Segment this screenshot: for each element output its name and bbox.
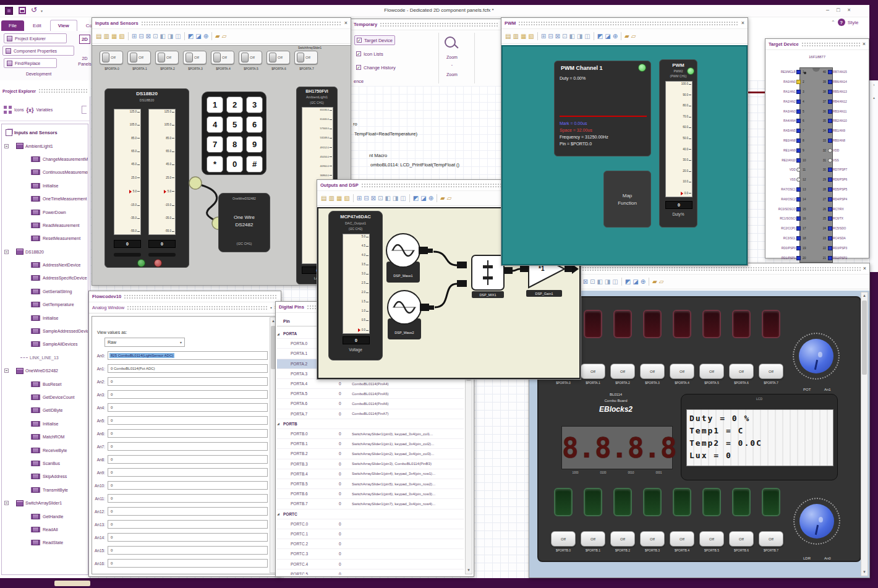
tree-item[interactable]: SampleAddressedDevice — [2, 325, 88, 338]
pin-square-right[interactable] — [828, 80, 832, 84]
pin-square-left[interactable] — [796, 168, 801, 172]
digital-pin-row[interactable]: ◢ PORTB.5 0 SwitchArraySlider1(pin5), ke… — [277, 479, 464, 489]
close-icon[interactable]: × — [741, 20, 744, 26]
toolbar-icon[interactable]: ▧ — [528, 33, 534, 40]
tree-item[interactable]: OneWireDS2482 — [2, 364, 88, 377]
toolbar-icon[interactable]: ⊠ — [146, 33, 151, 40]
toolbar-icon[interactable]: ◫ — [400, 195, 406, 202]
toolbar-icon[interactable]: ⊠ — [371, 195, 376, 202]
collapse-ribbon-icon[interactable]: ⌃ — [831, 20, 835, 25]
expander-icon[interactable] — [4, 369, 9, 373]
analog-channel-row[interactable]: An14: 0 — [92, 533, 278, 544]
pin-square-right[interactable] — [828, 158, 832, 163]
view-menu-item[interactable]: ✓ Change History — [354, 62, 398, 72]
pin-square-left[interactable] — [796, 236, 801, 241]
zoom-decrease[interactable]: - — [440, 62, 464, 67]
digital-pin-row[interactable]: ◢ PORTC.3 0 — [277, 549, 464, 559]
toolbar-icon[interactable]: ⊡ — [153, 33, 158, 40]
tree-item[interactable]: TransmitByte — [2, 484, 88, 496]
find-replace-button[interactable]: Find/Replace — [4, 58, 57, 68]
digital-pin-row[interactable]: ◢ PORTB.2 0 SwitchArraySlider1(pin2), ke… — [277, 449, 464, 459]
close-icon[interactable]: × — [863, 41, 866, 47]
toolbar-icon[interactable] — [594, 32, 594, 40]
close-button[interactable]: × — [847, 7, 850, 13]
chip-pin-row[interactable]: RA7/OSC1 13 28 RD5/PSP5 — [767, 185, 867, 195]
pin-square-right[interactable] — [828, 207, 832, 211]
chip-pin-row[interactable]: RD0/PSP0 19 22 RD3/PSP3 — [767, 243, 867, 253]
toolbar-icon[interactable]: ⊠ — [555, 33, 560, 40]
toolbar-icon[interactable]: ▱ — [447, 195, 452, 202]
tree-item[interactable]: Initialise — [2, 311, 88, 324]
tree-item[interactable]: GetIDByte — [2, 404, 88, 417]
analog-value-input[interactable]: 0 — [108, 546, 268, 555]
chip-pin-row[interactable]: RE0/AN8 8 33 RB0/AN8 — [767, 136, 867, 146]
toolbar-icon[interactable] — [537, 32, 538, 40]
analog-value-input[interactable]: 0 ComboBL0114(Pot ADC) — [108, 364, 268, 373]
pin-square-left[interactable] — [796, 197, 801, 202]
toolbar-icon[interactable]: ▤ — [505, 33, 511, 40]
tree-item[interactable]: AddressNextDevice — [2, 258, 88, 271]
pin-square-right[interactable] — [828, 216, 832, 221]
view-menu-item[interactable]: ✓ Target Device — [354, 35, 395, 45]
chip-pin-row[interactable]: RC0/SOSCO 15 26 RC7/RX — [767, 204, 867, 214]
chip-pin-row[interactable]: RA2/AN2 4 37 RB4/AN12 — [767, 96, 867, 106]
pin-square-right[interactable] — [828, 109, 832, 114]
analog-value-input[interactable]: 0 — [108, 390, 268, 399]
pin-square-right[interactable] — [828, 148, 832, 153]
variables-icon[interactable]: {x} — [27, 107, 34, 113]
tree-item[interactable]: AddressSpecificDevice — [2, 271, 88, 284]
chip-pin-row[interactable]: RE1/AN9 9 32 VDD — [767, 145, 867, 155]
board-scrollbar[interactable]: ▲ ▼ — [861, 292, 868, 576]
analog-channel-row[interactable]: An7: 0 — [92, 442, 278, 453]
pin-square-left[interactable] — [796, 100, 801, 104]
scroll-down-icon[interactable]: ▼ — [861, 569, 867, 576]
analog-value-input[interactable]: 0 — [108, 416, 268, 425]
collapsed-panel-strip[interactable]: › ▲ — [869, 80, 878, 272]
group-caret-icon[interactable]: ◢ — [277, 422, 281, 425]
ldr-knob[interactable] — [793, 498, 840, 545]
toolbar-icon[interactable]: ⊕ — [613, 33, 618, 40]
toolbar-icon[interactable] — [621, 32, 621, 40]
window-titlebar[interactable]: Target Device × — [765, 39, 869, 50]
analog-channel-row[interactable]: An4: 0 — [92, 403, 278, 414]
toolbar-icon[interactable]: ▦ — [336, 195, 342, 202]
toolbar-icon[interactable]: ▰ — [624, 33, 629, 40]
pin-square-right[interactable] — [828, 256, 832, 260]
analog-value-input[interactable]: 0 — [108, 377, 268, 386]
tree-item[interactable]: ReadAll — [2, 523, 88, 536]
zoom-icon[interactable] — [445, 36, 456, 48]
toolbar-icon[interactable]: ▱ — [222, 33, 227, 40]
toolbar-icon[interactable]: ◨ — [393, 195, 398, 202]
toolbar-icon[interactable]: ▤ — [96, 33, 101, 40]
checkbox-icon[interactable]: ✓ — [356, 65, 361, 70]
tree-item[interactable]: DS18B20 — [2, 245, 88, 258]
pin-square-left[interactable] — [796, 70, 801, 74]
toolbar-icon[interactable]: ▦ — [521, 33, 526, 40]
chevron-right-icon[interactable]: › — [870, 83, 878, 87]
tree-item[interactable]: GetSerialString — [2, 285, 88, 298]
toolbar-icon[interactable]: ◧ — [597, 279, 602, 285]
analog-channel-row[interactable]: An1: 0 ComboBL0114(Pot ADC) — [92, 364, 278, 375]
style-button[interactable]: ⌃ ? Style — [831, 19, 859, 26]
save-icon[interactable] — [19, 7, 26, 14]
window-titlebar[interactable]: Flowcodev10 — [89, 291, 281, 302]
ribbon-tab[interactable]: View — [50, 20, 77, 31]
tree-item[interactable]: ContinuousMeasurement — [2, 166, 88, 179]
undo-icon[interactable]: ↺ — [31, 6, 37, 14]
pin-square-left[interactable] — [796, 80, 801, 84]
tree-item[interactable]: GetDeviceCount — [2, 391, 88, 404]
digital-pin-row[interactable]: ◢ PORTB — [277, 419, 464, 429]
toolbar-icon[interactable]: ◪ — [195, 33, 201, 40]
toolbar-icon[interactable] — [649, 278, 649, 286]
pin-square-right[interactable] — [828, 246, 832, 250]
toolbar-icon[interactable] — [409, 194, 410, 202]
toolbar-icon[interactable] — [353, 194, 354, 202]
analog-value-input[interactable]: 0 — [108, 403, 268, 412]
pin-square-left[interactable] — [796, 216, 801, 221]
group-caret-icon[interactable]: ◢ — [277, 332, 281, 336]
analog-channel-row[interactable]: An8: 0 — [92, 455, 278, 466]
chip-pin-row[interactable]: VDD 11 30 RD7/PSP7 — [767, 165, 867, 175]
expander-icon[interactable] — [4, 501, 9, 505]
toolbar-icon[interactable]: ▧ — [344, 195, 349, 202]
pin-square-left[interactable] — [796, 246, 801, 250]
